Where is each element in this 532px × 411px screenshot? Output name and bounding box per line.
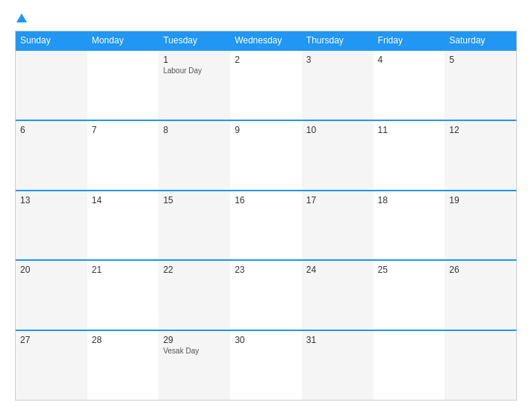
logo [15,13,27,23]
calendar-cell: 29Vesak Day [158,331,230,400]
weekday-header: Saturday [445,31,516,49]
day-number: 13 [20,195,83,206]
weekday-header: Thursday [302,31,374,49]
calendar-week: 272829Vesak Day3031 [16,330,516,400]
day-number: 12 [449,125,512,135]
calendar-cell: 11 [374,121,445,190]
day-number: 8 [163,125,226,135]
calendar-cell: 1Labour Day [158,51,230,120]
calendar-cell: 17 [302,191,374,260]
calendar-cell: 19 [445,191,516,260]
day-number: 6 [20,125,83,135]
day-number: 14 [92,195,155,206]
day-number: 5 [449,55,512,65]
calendar-cell: 25 [374,261,445,330]
calendar-cell: 5 [445,51,516,120]
calendar-cell: 23 [230,261,302,330]
calendar-cell: 4 [374,51,445,120]
weekday-header: Tuesday [158,31,230,49]
calendar-week: 20212223242526 [16,259,516,330]
day-number: 4 [378,55,441,65]
calendar-cell: 27 [16,331,87,400]
calendar-cell: 20 [16,261,87,330]
calendar-cell: 2 [230,51,302,120]
holiday-label: Labour Day [163,67,226,75]
calendar-week: 6789101112 [16,120,516,190]
calendar-cell: 7 [87,121,159,190]
calendar-cell [445,331,516,400]
calendar-cell: 30 [230,331,302,400]
calendar-cell: 16 [230,191,302,260]
calendar-cell: 3 [302,51,374,120]
day-number: 19 [449,195,512,206]
weekday-header: Monday [87,31,159,49]
calendar-cell: 15 [158,191,230,260]
calendar-cell: 21 [87,261,159,330]
calendar-cell: 6 [16,121,87,190]
day-number: 22 [163,265,226,275]
day-number: 29 [163,335,226,345]
day-number: 20 [20,265,83,275]
calendar-cell: 14 [87,191,159,260]
calendar: SundayMondayTuesdayWednesdayThursdayFrid… [15,31,517,401]
day-number: 9 [235,125,297,135]
logo-blue-text [15,13,27,23]
calendar-cell: 10 [302,121,374,190]
weekday-header: Sunday [16,31,87,49]
day-number: 31 [306,335,369,345]
weekday-header: Wednesday [230,31,302,49]
logo-triangle-icon [16,13,27,22]
calendar-cell: 24 [302,261,374,330]
day-number: 1 [163,55,226,65]
calendar-cell: 12 [445,121,516,190]
calendar-cell: 22 [158,261,230,330]
calendar-body: 1Labour Day23456789101112131415161718192… [16,49,516,400]
day-number: 25 [378,265,441,275]
calendar-cell: 28 [87,331,159,400]
day-number: 11 [378,125,441,135]
calendar-header: SundayMondayTuesdayWednesdayThursdayFrid… [16,31,516,49]
calendar-cell: 18 [374,191,445,260]
day-number: 3 [306,55,369,65]
calendar-cell: 31 [302,331,374,400]
calendar-cell: 8 [158,121,230,190]
calendar-week: 1Labour Day2345 [16,49,516,120]
day-number: 23 [235,265,297,275]
holiday-label: Vesak Day [163,347,226,355]
day-number: 15 [163,195,226,206]
day-number: 18 [378,195,441,206]
header [15,13,517,23]
weekday-header: Friday [374,31,445,49]
calendar-cell [374,331,445,400]
calendar-cell [16,51,87,120]
day-number: 17 [306,195,369,206]
day-number: 21 [92,265,155,275]
calendar-week: 13141516171819 [16,190,516,260]
day-number: 2 [235,55,297,65]
calendar-cell: 26 [445,261,516,330]
day-number: 30 [235,335,297,345]
day-number: 27 [20,335,83,345]
calendar-page: SundayMondayTuesdayWednesdayThursdayFrid… [0,0,532,411]
calendar-cell: 13 [16,191,87,260]
day-number: 7 [92,125,155,135]
calendar-cell [87,51,159,120]
day-number: 28 [92,335,155,345]
day-number: 10 [306,125,369,135]
calendar-cell: 9 [230,121,302,190]
day-number: 24 [306,265,369,275]
day-number: 26 [449,265,512,275]
day-number: 16 [235,195,297,206]
